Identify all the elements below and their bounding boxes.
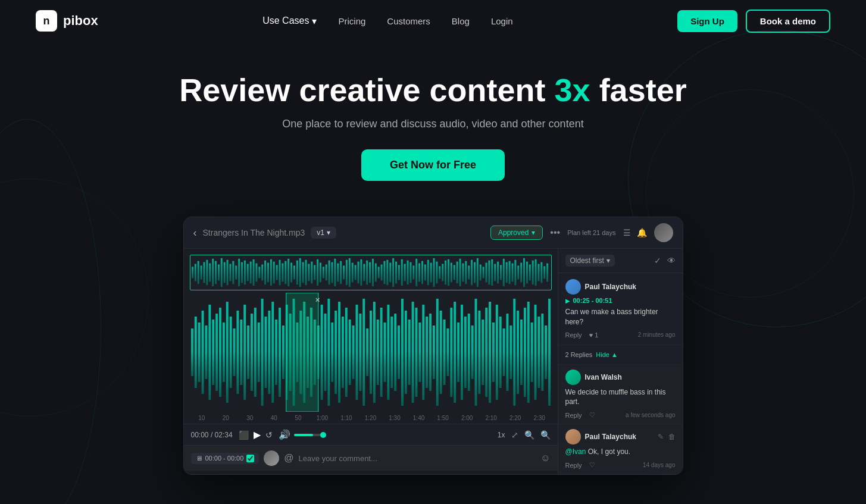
reply-button[interactable]: Reply	[565, 462, 582, 469]
reply2-user-row: Paul Talaychuk ✎ 🗑	[565, 429, 676, 444]
svg-rect-51	[340, 261, 342, 284]
svg-rect-190	[426, 317, 428, 388]
svg-rect-68	[389, 263, 391, 283]
zoom-out-icon[interactable]: 🔍	[540, 430, 551, 440]
cta-button[interactable]: Get Now for Free	[361, 149, 505, 181]
play-button[interactable]: ▶	[254, 429, 261, 440]
approved-badge[interactable]: Approved ▾	[490, 226, 543, 240]
app-main: ✕ 10 20 30 40 50 1:00 1:10 1:20 1:30 1:4…	[184, 249, 683, 474]
delete-icon[interactable]: 🗑	[668, 433, 676, 441]
book-demo-button[interactable]: Book a demo	[746, 10, 830, 33]
bell-icon[interactable]: 🔔	[637, 228, 647, 237]
bg-decoration-4	[0, 179, 149, 417]
svg-rect-137	[240, 320, 242, 385]
signup-button[interactable]: Sign Up	[677, 10, 737, 32]
selection-close[interactable]: ✕	[315, 296, 320, 304]
svg-rect-146	[271, 302, 274, 403]
more-options-icon[interactable]: •••	[550, 227, 560, 238]
overview-waveform-svg	[190, 255, 551, 290]
app-topbar: ‹ Strangers In The Night.mp3 v1 ▾ Approv…	[184, 217, 683, 249]
timeline-mark: 1:00	[310, 415, 334, 421]
nav-login[interactable]: Login	[491, 16, 513, 26]
timeline-mark: 20	[214, 415, 238, 421]
svg-rect-162	[327, 299, 330, 406]
svg-rect-110	[511, 264, 513, 282]
svg-rect-204	[474, 299, 477, 406]
emoji-button[interactable]: ☺	[540, 453, 550, 464]
logo-text: pibox	[63, 13, 98, 29]
timeline-mark: 1:30	[383, 415, 407, 421]
svg-rect-226	[286, 293, 318, 412]
play-icon[interactable]: ▶	[565, 298, 570, 304]
comment-input[interactable]	[299, 454, 536, 463]
speed-control[interactable]: 1x	[498, 431, 505, 439]
svg-rect-119	[537, 264, 539, 281]
svg-rect-91	[456, 262, 458, 284]
reply-text: We decide to muffle bass in this part.	[565, 387, 676, 408]
svg-rect-108	[505, 262, 507, 283]
svg-rect-38	[302, 262, 304, 283]
comment-actions: Reply ♥ 1 2 minutes ago	[565, 331, 676, 339]
like-button[interactable]: ♡	[589, 411, 595, 419]
stop-button[interactable]: ⬛	[239, 430, 249, 440]
nav-customers[interactable]: Customers	[387, 16, 430, 26]
sort-button[interactable]: Oldest first ▾	[565, 255, 615, 267]
svg-rect-23	[258, 267, 260, 278]
svg-rect-66	[383, 261, 385, 284]
edit-icon[interactable]: ✎	[658, 433, 664, 441]
svg-rect-209	[492, 323, 494, 382]
timeline-mark: 1:40	[407, 415, 431, 421]
timeline: 10 20 30 40 50 1:00 1:10 1:20 1:30 1:40 …	[190, 412, 552, 424]
time-lock-checkbox[interactable]	[246, 455, 254, 462]
waveform-overview[interactable]	[190, 255, 552, 290]
svg-rect-88	[448, 259, 449, 286]
reply-button[interactable]: Reply	[565, 331, 582, 339]
hero-headline: Review creative content 3x faster	[12, 71, 854, 108]
svg-rect-208	[489, 302, 491, 403]
svg-rect-194	[439, 311, 442, 394]
version-badge[interactable]: v1 ▾	[311, 227, 336, 239]
svg-rect-9	[217, 265, 219, 281]
hide-replies-button[interactable]: Hide ▲	[596, 351, 618, 358]
comments-list: Paul Talaychuk ▶ 00:25 - 00:51 Can we ma…	[558, 273, 683, 474]
svg-rect-86	[442, 264, 443, 281]
comment-time-badge: 🖥 00:00 - 00:00	[191, 453, 260, 464]
svg-rect-102	[488, 261, 490, 285]
fullscreen-icon[interactable]: ⤢	[511, 430, 518, 440]
svg-rect-103	[491, 259, 493, 286]
back-button[interactable]: ‹	[193, 227, 197, 239]
svg-rect-5	[206, 260, 208, 286]
comment-user-row: Paul Talaychuk	[565, 279, 676, 295]
reply-button[interactable]: Reply	[565, 412, 582, 419]
volume-slider[interactable]	[294, 434, 324, 436]
paul-avatar	[565, 279, 581, 295]
repeat-button[interactable]: ↺	[265, 430, 273, 440]
nav-blog[interactable]: Blog	[452, 16, 470, 26]
svg-rect-16	[238, 259, 240, 286]
logo[interactable]: n pibox	[36, 10, 98, 32]
svg-rect-172	[362, 299, 365, 406]
chevron-down-icon: ▾	[532, 228, 535, 237]
svg-rect-195	[443, 320, 445, 385]
waveform-main[interactable]: ✕	[190, 293, 552, 412]
nav-use-cases[interactable]: Use Cases ▾	[262, 15, 317, 27]
check-icon[interactable]: ✓	[654, 256, 661, 265]
replies-toggle: 2 Replies Hide ▲	[565, 351, 676, 358]
svg-rect-79	[421, 261, 423, 284]
zoom-in-icon[interactable]: 🔍	[524, 430, 534, 440]
svg-rect-62	[371, 259, 373, 286]
volume-icon[interactable]: 🔊	[279, 429, 290, 440]
timerange: 00:25 - 00:51	[573, 297, 612, 304]
eye-icon[interactable]: 👁	[667, 256, 676, 265]
nav-pricing[interactable]: Pricing	[338, 16, 365, 26]
user-avatar[interactable]	[654, 223, 673, 242]
svg-rect-120	[540, 262, 542, 283]
svg-rect-97	[474, 262, 476, 283]
menu-icon[interactable]: ☰	[623, 228, 631, 237]
svg-rect-50	[337, 264, 339, 282]
like-button[interactable]: ♥ 1	[589, 331, 599, 339]
svg-rect-170	[355, 305, 358, 400]
like-button[interactable]: ♡	[589, 461, 595, 469]
svg-rect-207	[485, 308, 487, 397]
reply-item-2: Paul Talaychuk ✎ 🗑 @Ivan Ok, I got you. …	[558, 424, 683, 474]
